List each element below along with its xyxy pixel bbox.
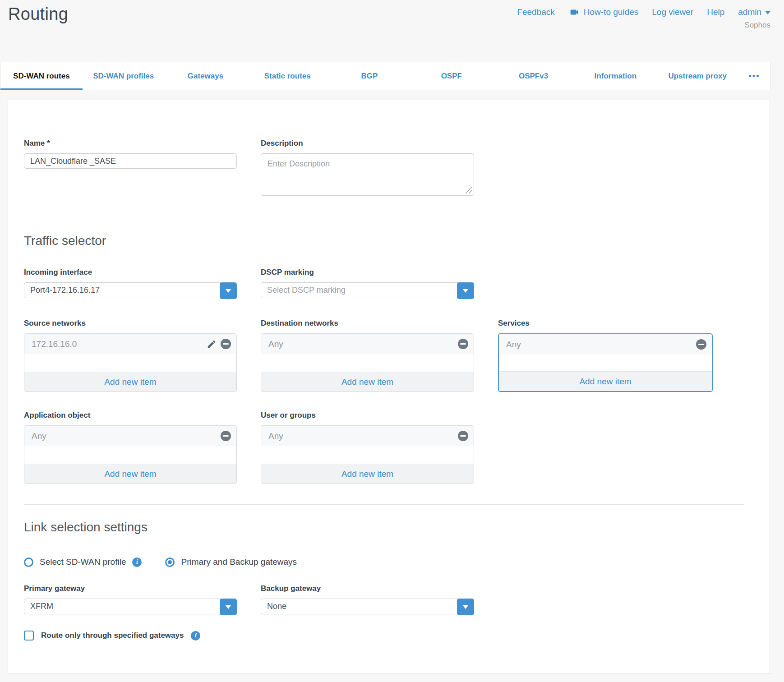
sd-wan-route-form: Name * Description Traffic selector Inco…: [8, 100, 770, 674]
feedback-link[interactable]: Feedback: [517, 7, 554, 17]
list-item-value: Any: [32, 431, 46, 441]
tab-bgp[interactable]: BGP: [328, 62, 410, 90]
listbox-body: [261, 446, 474, 464]
tab-label: SD-WAN routes: [13, 72, 70, 81]
tab-information[interactable]: Information: [574, 62, 656, 90]
radio-select-sdwan-profile[interactable]: Select SD-WAN profile i: [24, 557, 142, 567]
primary-gateway-value: XFRM: [30, 602, 53, 611]
section-divider: [24, 504, 744, 505]
routing-tabbar: SD-WAN routes SD-WAN profiles Gateways S…: [0, 62, 770, 90]
page-title: Routing: [8, 5, 68, 24]
traffic-selector-heading: Traffic selector: [24, 234, 770, 248]
add-new-item-button[interactable]: Add new item: [261, 372, 474, 392]
primary-gateway-select[interactable]: XFRM: [24, 599, 237, 614]
route-only-label: Route only through specified gateways: [41, 631, 184, 640]
list-item-value: Any: [506, 340, 521, 350]
user-or-groups-box: Any Add new item: [261, 425, 474, 484]
services-box: Any Add new item: [498, 333, 713, 392]
tab-sd-wan-routes[interactable]: SD-WAN routes: [0, 62, 83, 90]
tab-label: BGP: [361, 72, 378, 81]
link-selection-heading: Link selection settings: [24, 520, 770, 535]
admin-menu-label: admin: [738, 7, 761, 17]
add-new-item-button[interactable]: Add new item: [261, 464, 474, 484]
name-label-text: Name: [24, 139, 45, 147]
dscp-marking-select[interactable]: Select DSCP marking: [261, 282, 474, 298]
remove-icon[interactable]: [696, 339, 706, 350]
required-asterisk: *: [47, 139, 50, 147]
section-divider: [24, 218, 744, 218]
radio-icon[interactable]: [24, 558, 33, 567]
chevron-down-icon: [765, 11, 770, 17]
brand-label: Sophos: [744, 21, 770, 30]
edit-icon[interactable]: [207, 339, 217, 349]
listbox-body: [261, 354, 474, 372]
radio-icon-checked[interactable]: [165, 558, 175, 567]
radio-primary-backup-gateways[interactable]: Primary and Backup gateways: [165, 557, 297, 567]
top-nav: Feedback How-to guides Log viewer Help a…: [517, 7, 770, 17]
add-new-item-button[interactable]: Add new item: [499, 371, 712, 391]
caret-down-icon: [463, 289, 468, 295]
interface-dscp-row: Incoming interface Port4-172.16.16.17 DS…: [24, 268, 770, 298]
howto-guides-label: How-to guides: [584, 7, 638, 17]
application-object-box: Any Add new item: [24, 425, 237, 484]
primary-gateway-label: Primary gateway: [24, 584, 237, 593]
add-new-item-button[interactable]: Add new item: [24, 464, 236, 484]
add-new-item-button[interactable]: Add new item: [24, 372, 236, 392]
tab-ospfv3[interactable]: OSPFv3: [493, 62, 575, 90]
destination-networks-box: Any Add new item: [261, 333, 474, 392]
log-viewer-link[interactable]: Log viewer: [652, 7, 693, 17]
source-networks-box: 172.16.16.0 Add new item: [24, 333, 237, 392]
tab-label: Information: [595, 72, 637, 81]
backup-gateway-select[interactable]: None: [261, 599, 474, 614]
tab-ospf[interactable]: OSPF: [410, 62, 493, 90]
destination-networks-label: Destination networks: [261, 319, 474, 328]
remove-icon[interactable]: [221, 431, 231, 441]
tab-sd-wan-profiles[interactable]: SD-WAN profiles: [83, 62, 165, 90]
description-label: Description: [261, 139, 474, 148]
listbox-body: [499, 355, 712, 371]
remove-icon[interactable]: [221, 339, 231, 349]
radio-label: Primary and Backup gateways: [181, 557, 297, 567]
dscp-marking-label: DSCP marking: [261, 268, 474, 277]
list-item-value: Any: [268, 431, 283, 441]
tab-more-button[interactable]: •••: [738, 62, 770, 90]
name-label: Name *: [24, 139, 237, 148]
application-object-label: Application object: [24, 411, 237, 420]
dropdown-button[interactable]: [457, 599, 474, 615]
info-icon[interactable]: i: [132, 558, 142, 567]
dropdown-button[interactable]: [220, 599, 237, 615]
name-input[interactable]: [24, 153, 237, 169]
backup-gateway-label: Backup gateway: [261, 584, 474, 593]
video-camera-icon: [568, 7, 580, 17]
info-icon[interactable]: i: [191, 631, 200, 641]
incoming-interface-value: Port4-172.16.16.17: [30, 286, 100, 295]
howto-guides-link[interactable]: How-to guides: [568, 7, 638, 17]
description-textarea[interactable]: [261, 153, 474, 196]
link-selection-radios: Select SD-WAN profile i Primary and Back…: [24, 557, 770, 567]
help-link[interactable]: Help: [707, 7, 724, 17]
tab-gateways[interactable]: Gateways: [165, 62, 247, 90]
list-item: Any: [261, 426, 474, 446]
tab-upstream-proxy[interactable]: Upstream proxy: [656, 62, 738, 90]
route-only-checkbox[interactable]: [24, 631, 34, 641]
listbox-body: [24, 354, 236, 372]
list-item: Any: [499, 334, 712, 355]
remove-icon[interactable]: [458, 431, 468, 441]
admin-menu[interactable]: admin: [738, 7, 770, 17]
incoming-interface-select[interactable]: Port4-172.16.16.17: [24, 282, 237, 298]
dropdown-button[interactable]: [457, 282, 474, 299]
remove-icon[interactable]: [458, 339, 468, 349]
caret-down-icon: [226, 605, 231, 612]
tab-label: SD-WAN profiles: [93, 72, 154, 81]
services-label: Services: [498, 319, 713, 328]
list-item: Any: [261, 334, 474, 354]
radio-label: Select SD-WAN profile: [40, 557, 126, 567]
list-item: Any: [24, 426, 236, 446]
dscp-marking-placeholder: Select DSCP marking: [267, 286, 346, 295]
tab-static-routes[interactable]: Static routes: [246, 62, 328, 90]
dropdown-button[interactable]: [220, 282, 237, 299]
tab-label: OSPF: [441, 72, 462, 81]
list-item-value: Any: [268, 339, 283, 349]
gateway-row: Primary gateway XFRM Backup gateway None: [24, 584, 770, 614]
user-or-groups-label: User or groups: [261, 411, 474, 420]
